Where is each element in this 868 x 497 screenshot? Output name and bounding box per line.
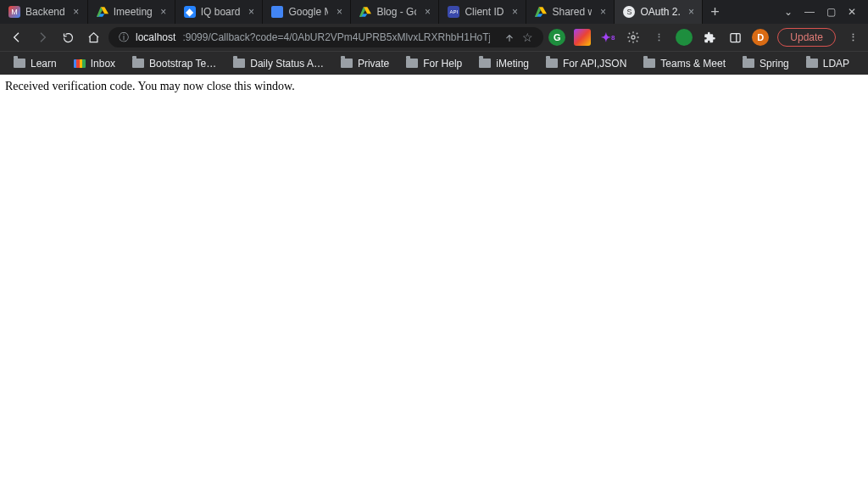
bookmark-label: Inbox (91, 58, 115, 70)
back-button[interactable] (7, 27, 27, 47)
address-bar[interactable]: ⓘ localhost :9099/Callback?code=4/0AbUR2… (108, 27, 543, 47)
close-window-icon[interactable]: ✕ (848, 6, 856, 18)
extension-icon[interactable]: ⋮ (650, 29, 667, 46)
new-tab-button[interactable]: + (703, 0, 726, 24)
gmail-icon (74, 59, 86, 68)
settings-gear-icon[interactable] (625, 29, 642, 46)
star-icon[interactable]: ☆ (522, 31, 533, 44)
close-icon[interactable]: × (421, 6, 433, 18)
folder-icon (743, 59, 754, 68)
reload-button[interactable] (58, 27, 78, 47)
folder-icon (806, 59, 818, 68)
close-icon[interactable]: × (509, 6, 520, 18)
close-icon[interactable]: × (685, 6, 697, 18)
maximize-icon[interactable]: ▢ (826, 6, 836, 18)
bookmark-ldap[interactable]: LDAP (799, 54, 856, 73)
tab-label: Shared w (552, 6, 592, 18)
bookmark-label: Daily Status A… (250, 58, 324, 70)
bookmark-api-json[interactable]: For API,JSON (539, 54, 633, 73)
home-button[interactable] (83, 27, 103, 47)
drive-icon (97, 6, 108, 18)
api-icon: API (448, 6, 459, 18)
folder-icon (341, 59, 353, 68)
tab-2[interactable]: ◆ IQ board × (175, 0, 264, 24)
folder-icon (14, 59, 25, 68)
bookmark-label: LDAP (823, 58, 849, 70)
extension-icon[interactable] (574, 29, 591, 46)
bookmark-spring[interactable]: Spring (736, 54, 796, 73)
gmail-icon: M (8, 6, 20, 18)
avatar[interactable]: D (752, 29, 769, 46)
page-content: Received verification code. You may now … (0, 75, 868, 98)
bookmark-label: For Help (423, 58, 462, 70)
bookmarks-bar: Learn Inbox Bootstrap Te… Daily Status A… (0, 51, 868, 75)
bookmark-teams-meet[interactable]: Teams & Meet (637, 54, 732, 73)
window-controls: ⌄ — ▢ ✕ (772, 0, 868, 24)
bookmark-label: For API,JSON (563, 58, 626, 70)
bookmark-label: Learn (31, 58, 57, 70)
close-icon[interactable]: × (245, 6, 257, 18)
close-icon[interactable]: × (597, 6, 609, 18)
jira-icon: ◆ (184, 6, 196, 18)
extension-icon[interactable] (676, 29, 693, 46)
toolbar-extensions: G ✦8 ⋮ D Update ⋮ (548, 28, 861, 47)
bookmark-private[interactable]: Private (334, 54, 396, 73)
docs-icon (271, 6, 283, 18)
tab-5[interactable]: API Client ID × (439, 0, 526, 24)
tab-6[interactable]: Shared w × (526, 0, 615, 24)
globe-icon: S (623, 6, 635, 18)
folder-icon (132, 59, 144, 68)
svg-rect-1 (731, 33, 740, 42)
bookmark-label: Teams & Meet (660, 58, 726, 70)
drive-icon (535, 6, 547, 18)
bookmark-learn[interactable]: Learn (7, 54, 64, 73)
site-info-icon[interactable]: ⓘ (119, 31, 129, 45)
tab-label: Imeeting (114, 6, 153, 18)
side-panel-icon[interactable] (726, 29, 743, 46)
svg-point-0 (632, 36, 635, 39)
tab-0[interactable]: M Backend × (0, 0, 88, 24)
extension-icon[interactable]: G (548, 29, 565, 46)
bookmark-inbox[interactable]: Inbox (67, 54, 122, 73)
minimize-icon[interactable]: — (804, 6, 815, 18)
bookmark-label: Spring (760, 58, 789, 70)
tab-menu-icon[interactable]: ⌄ (784, 6, 793, 18)
tab-1[interactable]: Imeeting × (88, 0, 175, 24)
tab-label: Backend (25, 6, 65, 18)
url-path: :9099/Callback?code=4/0AbUR2VPm4UPRB5xMl… (182, 31, 490, 43)
tab-label: IQ board (201, 6, 241, 18)
close-icon[interactable]: × (70, 6, 82, 18)
tab-label: OAuth 2. (640, 6, 680, 18)
folder-icon (406, 59, 418, 68)
drive-icon (359, 6, 371, 18)
title-bar: M Backend × Imeeting × ◆ IQ board × Goog… (0, 0, 868, 24)
folder-icon (643, 59, 655, 68)
nav-bar: ⓘ localhost :9099/Callback?code=4/0AbUR2… (0, 24, 868, 51)
bookmark-daily-status[interactable]: Daily Status A… (226, 54, 331, 73)
bookmark-bootstrap[interactable]: Bootstrap Te… (125, 54, 223, 73)
tabs-row: M Backend × Imeeting × ◆ IQ board × Goog… (0, 0, 772, 24)
folder-icon (233, 59, 245, 68)
tab-3[interactable]: Google M × (263, 0, 351, 24)
close-icon[interactable]: × (158, 6, 170, 18)
share-icon[interactable] (504, 31, 515, 43)
folder-icon (479, 59, 491, 68)
forward-button[interactable] (32, 27, 53, 47)
menu-dots-icon[interactable]: ⋮ (844, 29, 861, 46)
tab-4[interactable]: Blog - Go × (351, 0, 439, 24)
url-host: localhost (136, 31, 175, 43)
bookmark-label: Private (358, 58, 389, 70)
bookmark-imeting[interactable]: iMeting (472, 54, 536, 73)
bookmark-label: Bootstrap Te… (149, 58, 216, 70)
bookmark-for-help[interactable]: For Help (399, 54, 469, 73)
tab-7[interactable]: S OAuth 2. × (615, 0, 703, 24)
bookmark-label: iMeting (496, 58, 529, 70)
tab-label: Google M (288, 6, 328, 18)
extension-icon[interactable]: ✦8 (599, 29, 616, 46)
verification-message: Received verification code. You may now … (5, 80, 295, 92)
tab-label: Client ID (465, 6, 504, 18)
extensions-puzzle-icon[interactable] (701, 29, 718, 46)
update-button[interactable]: Update (777, 28, 836, 47)
folder-icon (546, 59, 558, 68)
close-icon[interactable]: × (333, 6, 345, 18)
